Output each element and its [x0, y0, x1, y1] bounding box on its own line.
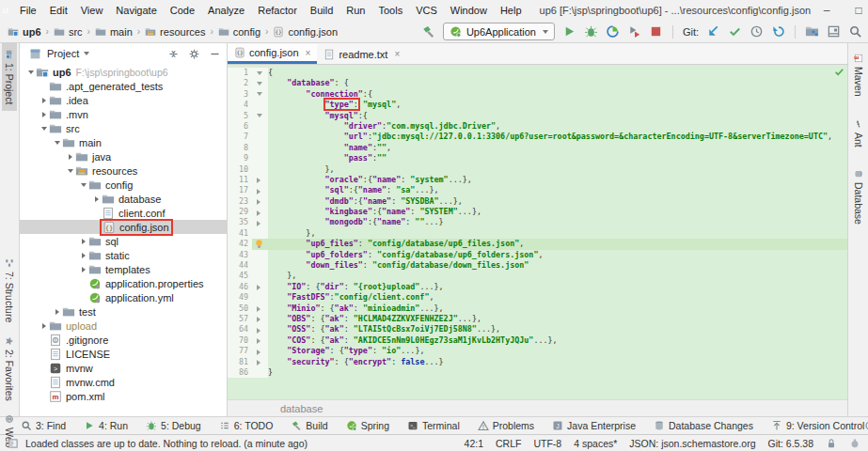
search-icon[interactable] — [848, 24, 862, 39]
intention-bulb-slot[interactable] — [252, 239, 268, 249]
fold-marker-icon[interactable] — [257, 114, 262, 117]
tree-item-upload[interactable]: upload — [20, 319, 227, 333]
code-line-45[interactable]: 45 }, — [228, 271, 847, 281]
status-item-json[interactable]: JSON: json.schemastore.org — [629, 438, 755, 449]
code-line-42[interactable]: 42 "up6_files": "config/database/up6_fil… — [228, 239, 847, 249]
tree-item-src[interactable]: src — [20, 121, 227, 135]
toolwindow-button-5-debug[interactable]: 5: Debug — [146, 420, 201, 431]
chevron-down-icon[interactable] — [65, 165, 75, 176]
tree-item-client-conf[interactable]: client.conf — [20, 206, 227, 220]
code-line-50[interactable]: 50 "Minio": {"ak": "minioadmin"...}, — [228, 303, 847, 314]
folder-blue-icon[interactable] — [805, 24, 819, 39]
rollback-icon[interactable] — [771, 24, 785, 39]
code-line-17[interactable]: 17 "sql":{"name": "sa"...}, — [228, 185, 847, 195]
menu-run[interactable]: Run — [339, 2, 371, 19]
fold-gutter[interactable] — [252, 324, 268, 334]
code-line-3[interactable]: 3 "connection":{ — [228, 89, 847, 100]
fold-marker-icon[interactable] — [257, 221, 260, 226]
menu-window[interactable]: Window — [444, 2, 494, 19]
tree-item--apt_generated_tests[interactable]: .apt_generated_tests — [20, 79, 227, 93]
code-line-70[interactable]: 70 "COS": {"ak": "AKIDCE5nNm9L0HEgz73saM… — [228, 335, 847, 346]
toolwindow-button-3-find[interactable]: 3: Find — [21, 420, 66, 431]
hector-icon[interactable] — [849, 438, 860, 449]
fold-gutter[interactable] — [252, 196, 268, 207]
status-item-utf-8[interactable]: UTF-8 — [533, 438, 561, 449]
hammer-icon[interactable] — [421, 24, 435, 39]
code-line-81[interactable]: 81 "security": {"encrypt": false...} — [228, 357, 847, 367]
toolwindow-button-event-log[interactable]: Event Log — [864, 420, 868, 431]
fold-gutter[interactable] — [252, 89, 268, 100]
tree-item-main[interactable]: main — [20, 135, 227, 149]
fold-gutter[interactable] — [252, 78, 268, 88]
fold-gutter[interactable] — [252, 357, 268, 367]
profile-icon[interactable] — [606, 24, 620, 39]
code-line-49[interactable]: 49 "FastDFS":"config/client.conf", — [228, 292, 847, 303]
tree-item--mvn[interactable]: .mvn — [20, 107, 227, 121]
menu-help[interactable]: Help — [494, 2, 529, 19]
stripe-tab-ant[interactable]: Ant — [851, 113, 866, 154]
lock-icon[interactable] — [826, 438, 837, 449]
coverage-icon[interactable] — [627, 24, 641, 39]
tab-config-json[interactable]: {}config.json× — [228, 44, 317, 64]
toolwindow-button-spring[interactable]: Spring — [346, 420, 389, 431]
code-line-46[interactable]: 46 "IO": {"dir": "{root}upload"...}, — [228, 282, 847, 292]
toolwindow-button-database-changes[interactable]: Database Changes — [654, 420, 753, 431]
code-line-4[interactable]: 4 "type": "mysql", — [228, 100, 847, 110]
tree-item-templates[interactable]: templates — [20, 262, 227, 276]
code-line-44[interactable]: 44 "down_files": "config/database/down_f… — [228, 260, 847, 271]
toolwindow-button-6-todo[interactable]: 6: TODO — [219, 420, 274, 431]
menu-tools[interactable]: Tools — [371, 2, 409, 19]
toolwindow-switcher-icon[interactable] — [8, 438, 19, 449]
code-line-64[interactable]: 64 "OSS": {"ak": "LTAI5tQcBsx7oiVj7EDj58… — [228, 324, 847, 334]
code-line-8[interactable]: 8 "name":"", — [228, 143, 847, 153]
fold-marker-icon[interactable] — [257, 350, 260, 355]
chevron-right-icon[interactable] — [78, 250, 88, 260]
code-line-1[interactable]: 1{ — [228, 68, 847, 78]
toolwindow-button-terminal[interactable]: >_Terminal — [407, 420, 460, 431]
maximize-icon[interactable]: □ — [843, 0, 868, 21]
json-path-breadcrumb[interactable]: database — [280, 403, 323, 414]
collapse-all-icon[interactable] — [167, 48, 180, 60]
tree-item-sql[interactable]: sql — [20, 234, 227, 248]
tree-item-application-yml[interactable]: application.yml — [20, 290, 227, 304]
play-icon[interactable] — [562, 24, 576, 39]
stripe-tab-database[interactable]: Database — [851, 163, 866, 231]
minimize-icon[interactable]: – — [811, 0, 843, 21]
breadcrumb-src[interactable]: src — [54, 26, 83, 38]
code-line-11[interactable]: 11 "oracle":{"name": "system"...}, — [228, 175, 847, 185]
code-line-5[interactable]: 5 "mysql":{ — [228, 111, 847, 121]
fold-gutter[interactable] — [252, 175, 268, 185]
stripe-tab-7-structure[interactable]: 7: Structure — [2, 252, 17, 329]
bug-icon[interactable] — [584, 24, 598, 39]
menu-file[interactable]: File — [13, 2, 43, 19]
fold-marker-icon[interactable] — [257, 306, 260, 312]
menu-view[interactable]: View — [74, 2, 110, 19]
code-line-23[interactable]: 23 "dmdb":{"name": "SYSDBA"...}, — [228, 196, 847, 207]
fold-marker-icon[interactable] — [257, 82, 262, 86]
tree-item-pom-xml[interactable]: mpom.xml — [20, 389, 227, 403]
commit-icon[interactable] — [728, 24, 742, 39]
toolwindow-button-build[interactable]: Build — [291, 420, 327, 431]
tree-item-test[interactable]: test — [20, 304, 227, 319]
inspections-ok-icon[interactable] — [834, 67, 844, 77]
fold-gutter[interactable] — [252, 335, 268, 346]
bulb-icon[interactable] — [254, 239, 264, 249]
fold-gutter[interactable] — [252, 207, 268, 217]
chevron-right-icon[interactable] — [78, 264, 88, 274]
tab-readme-txt[interactable]: readme.txt× — [317, 44, 406, 64]
menu-code[interactable]: Code — [164, 2, 201, 19]
status-item-42[interactable]: 42:1 — [465, 438, 483, 449]
status-item-crlf[interactable]: CRLF — [496, 438, 521, 449]
chevron-down-icon[interactable] — [39, 123, 49, 133]
project-panel-title[interactable]: Project — [47, 48, 79, 59]
tree-item-mvnw-cmd[interactable]: mvnw.cmd — [20, 375, 227, 389]
menu-refactor[interactable]: Refactor — [251, 2, 304, 19]
code-editor[interactable]: 1{2 "database": {3 "connection":{4 "type… — [228, 65, 847, 399]
menu-build[interactable]: Build — [304, 2, 339, 19]
tree-item-resources[interactable]: resources — [20, 163, 227, 178]
tree-item-mvnw[interactable]: >mvnw — [20, 361, 227, 375]
stripe-tab-2-favorites[interactable]: 2: Favorites — [2, 330, 17, 408]
fold-gutter[interactable] — [252, 111, 268, 121]
tree-item-application-properties[interactable]: application.properties — [20, 276, 227, 290]
code-line-7[interactable]: 7 "url":"jdbc:mysql://127.0.0.1:3306/up6… — [228, 132, 847, 142]
